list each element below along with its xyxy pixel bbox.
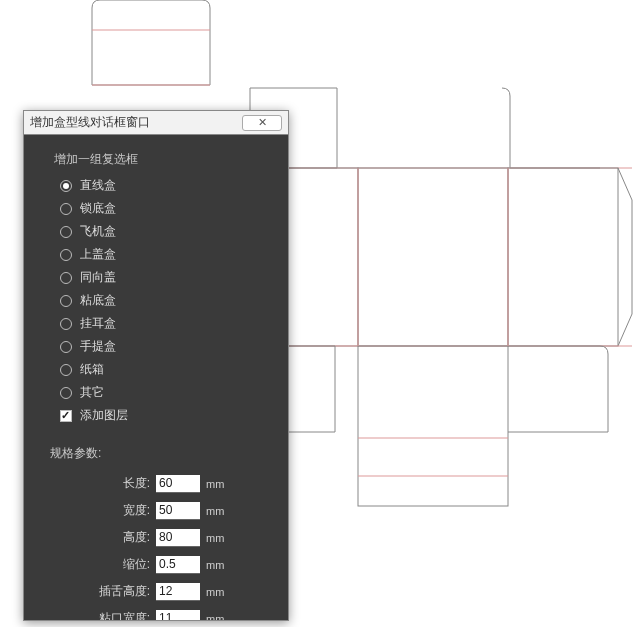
param-input-length[interactable]: [156, 475, 200, 493]
dialog-title-text: 增加盒型线对话框窗口: [30, 114, 242, 131]
radio-option-2[interactable]: 飞机盒: [60, 220, 270, 243]
checkbox-label: 添加图层: [80, 407, 128, 424]
checkbox-icon: [60, 410, 72, 422]
radio-option-6[interactable]: 挂耳盒: [60, 312, 270, 335]
svg-rect-4: [358, 168, 508, 346]
radio-label: 锁底盒: [80, 200, 116, 217]
radio-icon: [60, 226, 72, 238]
param-input-height[interactable]: [156, 529, 200, 547]
svg-rect-7: [358, 346, 508, 506]
radio-option-5[interactable]: 粘底盒: [60, 289, 270, 312]
param-label: 粘口宽度:: [54, 610, 150, 620]
group-title: 增加一组复选框: [54, 151, 270, 168]
radio-option-7[interactable]: 手提盒: [60, 335, 270, 358]
param-input-width[interactable]: [156, 502, 200, 520]
param-unit: mm: [206, 559, 224, 571]
params-title: 规格参数:: [50, 445, 270, 462]
radio-icon: [60, 203, 72, 215]
add-layer-checkbox-row[interactable]: 添加图层: [60, 404, 270, 427]
svg-rect-5: [508, 168, 618, 346]
param-label: 缩位:: [54, 556, 150, 573]
radio-option-8[interactable]: 纸箱: [60, 358, 270, 381]
param-label: 高度:: [54, 529, 150, 546]
radio-icon: [60, 272, 72, 284]
radio-option-0[interactable]: 直线盒: [60, 174, 270, 197]
radio-label: 同向盖: [80, 269, 116, 286]
radio-icon: [60, 341, 72, 353]
radio-option-3[interactable]: 上盖盒: [60, 243, 270, 266]
radio-icon: [60, 364, 72, 376]
close-icon: ✕: [258, 117, 267, 128]
param-unit: mm: [206, 613, 224, 621]
close-button[interactable]: ✕: [242, 115, 282, 131]
param-unit: mm: [206, 586, 224, 598]
radio-label: 粘底盒: [80, 292, 116, 309]
radio-icon: [60, 249, 72, 261]
radio-option-4[interactable]: 同向盖: [60, 266, 270, 289]
param-input-tuck[interactable]: [156, 583, 200, 601]
param-row-length: 长度: mm: [54, 470, 270, 497]
radio-icon: [60, 387, 72, 399]
param-row-height: 高度: mm: [54, 524, 270, 551]
param-label: 宽度:: [54, 502, 150, 519]
param-unit: mm: [206, 478, 224, 490]
radio-icon: [60, 295, 72, 307]
param-label: 长度:: [54, 475, 150, 492]
param-label: 插舌高度:: [54, 583, 150, 600]
radio-option-1[interactable]: 锁底盒: [60, 197, 270, 220]
param-row-shrink: 缩位: mm: [54, 551, 270, 578]
box-dialog: 增加盒型线对话框窗口 ✕ 增加一组复选框 直线盒 锁底盒 飞机盒 上盖盒 同向盖: [23, 110, 289, 621]
param-row-tuck: 插舌高度: mm: [54, 578, 270, 605]
param-row-width: 宽度: mm: [54, 497, 270, 524]
radio-label: 纸箱: [80, 361, 104, 378]
radio-label: 挂耳盒: [80, 315, 116, 332]
param-input-shrink[interactable]: [156, 556, 200, 574]
radio-label: 上盖盒: [80, 246, 116, 263]
radio-icon: [60, 180, 72, 192]
radio-icon: [60, 318, 72, 330]
param-row-glue: 粘口宽度: mm: [54, 605, 270, 620]
radio-label: 手提盒: [80, 338, 116, 355]
param-input-glue[interactable]: [156, 610, 200, 621]
param-unit: mm: [206, 505, 224, 517]
dialog-titlebar[interactable]: 增加盒型线对话框窗口 ✕: [24, 111, 288, 135]
radio-label: 其它: [80, 384, 104, 401]
radio-label: 飞机盒: [80, 223, 116, 240]
dialog-body: 增加一组复选框 直线盒 锁底盒 飞机盒 上盖盒 同向盖 粘底盒 挂耳盒: [24, 135, 288, 620]
param-unit: mm: [206, 532, 224, 544]
radio-label: 直线盒: [80, 177, 116, 194]
radio-option-9[interactable]: 其它: [60, 381, 270, 404]
